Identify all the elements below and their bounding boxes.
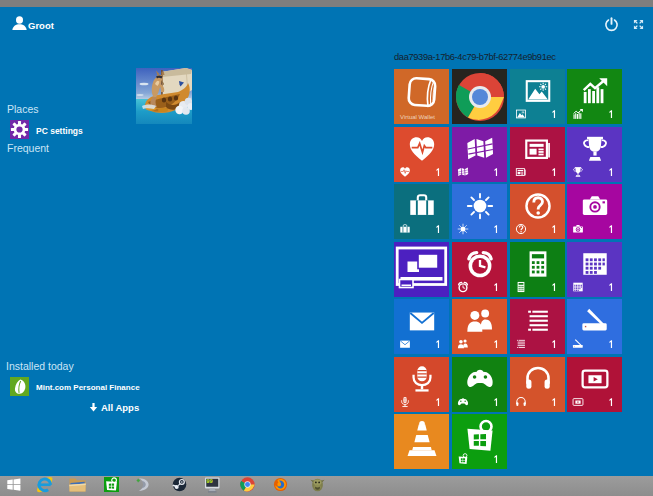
svg-text:99: 99 (206, 478, 213, 485)
